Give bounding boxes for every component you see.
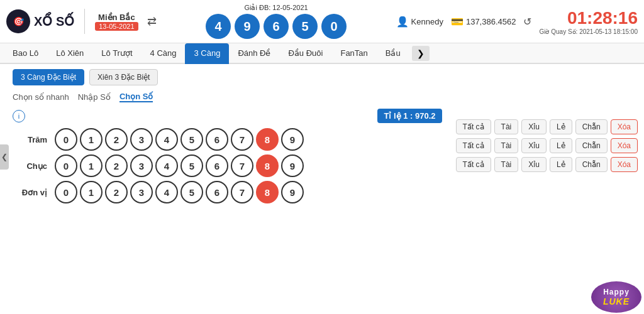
nav-4-cang[interactable]: 4 Càng	[142, 43, 186, 64]
jackpot-label: Giải ĐB: 12-05-2021	[244, 4, 308, 12]
nav-3-cang[interactable]: 3 Càng	[185, 43, 229, 64]
reload-button[interactable]: ⇄	[147, 14, 157, 28]
label-tram: Trăm	[13, 135, 47, 144]
chuc-6[interactable]: 6	[206, 154, 228, 177]
nav-dau-duoi[interactable]: Đầu Đuôi	[279, 43, 331, 64]
info-button[interactable]: i	[13, 110, 25, 122]
wallet-icon: 💳	[451, 16, 464, 28]
user-name: Kennedy	[411, 17, 443, 26]
method-nhanh[interactable]: Chọn số nhanh	[13, 92, 69, 102]
nav-lo-xien[interactable]: Lô Xiên	[47, 43, 92, 64]
donvi-3[interactable]: 3	[130, 181, 153, 203]
jackpot-numbers: 4 9 6 5 0	[206, 14, 347, 39]
tram-3[interactable]: 3	[130, 128, 153, 151]
nav-danh-de[interactable]: Đánh Đề	[229, 43, 279, 64]
donvi-tat-ca[interactable]: Tất cả	[456, 157, 491, 172]
row-tram: Trăm 0 1 2 3 4 5 6 7 8 9	[13, 128, 442, 151]
balance-value: 137,386.4562	[466, 17, 516, 26]
chuc-3[interactable]: 3	[130, 154, 153, 177]
timer-wrap: 01:28:16 Giờ Quay Số: 2021-05-13 18:15:0…	[539, 8, 638, 35]
tram-6[interactable]: 6	[206, 128, 228, 151]
tram-8[interactable]: 8	[256, 128, 279, 151]
donvi-7[interactable]: 7	[231, 181, 253, 203]
donvi-chan[interactable]: Chẵn	[575, 157, 608, 172]
tram-le[interactable]: Lẻ	[550, 119, 572, 134]
nav-lo-truot[interactable]: Lô Trượt	[92, 43, 141, 64]
chuc-4[interactable]: 4	[155, 154, 178, 177]
method-chon[interactable]: Chọn Số	[119, 92, 153, 102]
tram-chan[interactable]: Chẵn	[575, 119, 608, 134]
tram-tat-ca[interactable]: Tất cả	[456, 119, 491, 134]
happyluke-line2: LUKE	[603, 296, 630, 306]
number-grid: Trăm 0 1 2 3 4 5 6 7 8 9 Chục 0 1 2 3 4 …	[13, 128, 442, 203]
sub-tab-3cang-dacbiet[interactable]: 3 Càng Đặc Biệt	[13, 69, 84, 85]
main-content: ❮ 3 Càng Đặc Biệt Xiên 3 Đặc Biệt Chọn s…	[0, 64, 644, 314]
side-controls: Tất cả Tài Xỉu Lẻ Chẵn Xóa Tất cả Tài Xỉ…	[450, 64, 644, 314]
jackpot-num-1: 9	[235, 14, 260, 39]
control-row-donvi: Tất cả Tài Xỉu Lẻ Chẵn Xóa	[456, 157, 638, 172]
sub-tab-xien3-dacbiet[interactable]: Xiên 3 Đặc Biệt	[89, 69, 158, 85]
info-row: i Tỉ lệ 1 : 970.2	[13, 109, 442, 123]
chuc-9[interactable]: 9	[281, 154, 304, 177]
donvi-8[interactable]: 8	[256, 181, 279, 203]
happyluke-line1: Happy	[603, 288, 630, 296]
donvi-4[interactable]: 4	[155, 181, 178, 203]
tram-2[interactable]: 2	[105, 128, 128, 151]
tram-xiu[interactable]: Xỉu	[521, 119, 547, 134]
tram-7[interactable]: 7	[231, 128, 253, 151]
donvi-2[interactable]: 2	[105, 181, 128, 203]
nav-bao-lo[interactable]: Bao Lô	[4, 43, 47, 64]
choose-method: Chọn số nhanh Nhập Số Chọn Số	[13, 92, 442, 102]
nav-bau[interactable]: Bầu	[377, 43, 409, 64]
chuc-0[interactable]: 0	[55, 154, 77, 177]
chuc-2[interactable]: 2	[105, 154, 128, 177]
mien-bac-title: Miền Bắc	[98, 13, 135, 22]
header: 🎯 XỔ SỐ Miền Bắc 13-05-2021 ⇄ Giải ĐB: 1…	[0, 0, 644, 43]
chuc-tai[interactable]: Tài	[494, 138, 519, 153]
tram-5[interactable]: 5	[180, 128, 203, 151]
donvi-0[interactable]: 0	[55, 181, 77, 203]
chuc-chan[interactable]: Chẵn	[575, 138, 608, 153]
donvi-le[interactable]: Lẻ	[550, 157, 572, 172]
donvi-tai[interactable]: Tài	[494, 157, 519, 172]
sub-tabs: 3 Càng Đặc Biệt Xiên 3 Đặc Biệt	[13, 69, 442, 85]
tram-tai[interactable]: Tài	[494, 119, 519, 134]
user-area: 👤 Kennedy 💳 137,386.4562 ↺ 01:28:16 Giờ …	[396, 8, 638, 35]
chuc-5[interactable]: 5	[180, 154, 203, 177]
chuc-tat-ca[interactable]: Tất cả	[456, 138, 491, 153]
user-icon: 👤	[396, 16, 409, 28]
balance-refresh-button[interactable]: ↺	[523, 16, 531, 28]
jackpot-num-4: 0	[321, 14, 347, 39]
jackpot-num-0: 4	[206, 14, 231, 39]
label-donvi: Đơn vị	[13, 188, 47, 197]
mien-bac-date: 13-05-2021	[95, 22, 138, 31]
donvi-1[interactable]: 1	[80, 181, 103, 203]
tram-1[interactable]: 1	[80, 128, 103, 151]
timer: 01:28:16	[567, 8, 638, 28]
nav-more-button[interactable]: ❯	[412, 46, 430, 61]
chuc-le[interactable]: Lẻ	[550, 138, 572, 153]
chuc-7[interactable]: 7	[231, 154, 253, 177]
tram-9[interactable]: 9	[281, 128, 304, 151]
tram-xoa[interactable]: Xóa	[611, 119, 638, 134]
donvi-xoa[interactable]: Xóa	[611, 157, 638, 172]
nav-bar: Bao Lô Lô Xiên Lô Trượt 4 Càng 3 Càng Đá…	[0, 43, 644, 64]
donvi-5[interactable]: 5	[180, 181, 203, 203]
chuc-1[interactable]: 1	[80, 154, 103, 177]
chuc-xiu[interactable]: Xỉu	[521, 138, 547, 153]
chuc-xoa[interactable]: Xóa	[611, 138, 638, 153]
jackpot-num-2: 6	[264, 14, 289, 39]
balance-area: 💳 137,386.4562	[451, 16, 516, 28]
donvi-6[interactable]: 6	[206, 181, 228, 203]
nav-fantan[interactable]: FanTan	[331, 43, 376, 64]
method-nhap[interactable]: Nhập Số	[78, 92, 111, 102]
timer-label: Giờ Quay Số: 2021-05-13 18:15:00	[539, 28, 638, 35]
tram-0[interactable]: 0	[55, 128, 77, 151]
donvi-xiu[interactable]: Xỉu	[521, 157, 547, 172]
tram-4[interactable]: 4	[155, 128, 178, 151]
donvi-9[interactable]: 9	[281, 181, 304, 203]
control-row-tram: Tất cả Tài Xỉu Lẻ Chẵn Xóa	[456, 119, 638, 134]
user-info: 👤 Kennedy	[396, 16, 443, 28]
chuc-8[interactable]: 8	[256, 154, 279, 177]
left-panel: 3 Càng Đặc Biệt Xiên 3 Đặc Biệt Chọn số …	[0, 64, 450, 314]
